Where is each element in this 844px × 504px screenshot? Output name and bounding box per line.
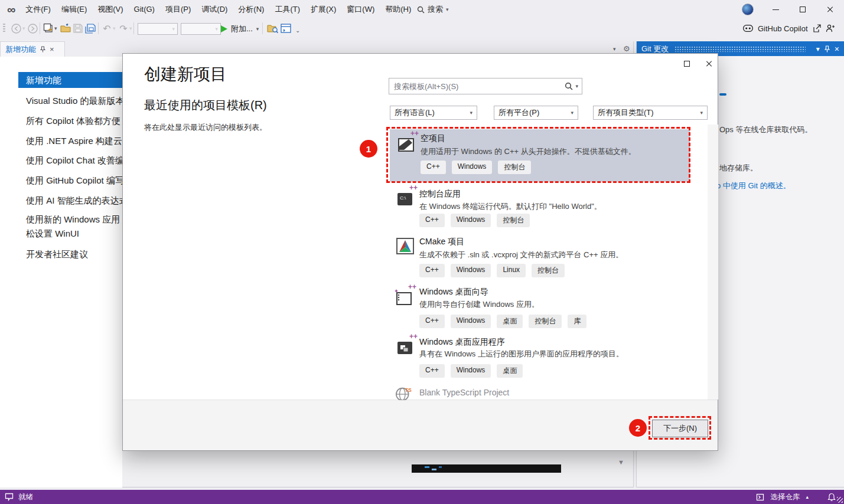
sidebar-item-community[interactable]: 开发者社区建议 [18, 246, 122, 262]
sidebar-item-copilot-experiences[interactable]: 所有 Copilot 体验都方便 [18, 113, 122, 129]
menu-analyze[interactable]: 分析(N) [233, 0, 269, 19]
menu-tools[interactable]: 工具(T) [269, 0, 305, 19]
menu-edit[interactable]: 编辑(E) [56, 0, 92, 19]
status-ready-text: 就绪 [18, 492, 33, 502]
menu-project[interactable]: 项目(P) [160, 0, 196, 19]
dialog-maximize-button[interactable] [677, 56, 696, 71]
menu-debug[interactable]: 调试(D) [196, 0, 233, 19]
template-desc: 在 Windows 终端运行代码。默认打印 "Hello World"。 [419, 201, 602, 212]
select-repository-label[interactable]: 选择仓库 [770, 492, 800, 502]
status-bar: 就绪 选择仓库 ▴ [0, 490, 844, 504]
user-avatar[interactable] [742, 4, 754, 15]
template-tags: C++ Windows 控制台 [421, 161, 531, 174]
tab-close-icon[interactable]: × [50, 45, 54, 53]
filter-platform-dropdown[interactable]: 所有平台(P)▾ [494, 106, 578, 120]
sidebar-item-latest-version[interactable]: Visual Studio 的最新版本 [18, 93, 122, 109]
tab-options-gear-icon[interactable]: ⚙ [623, 44, 630, 53]
filter-language-dropdown[interactable]: 所有语言(L)▾ [390, 106, 477, 120]
sidebar-item-copilot-chat[interactable]: 使用 Copilot Chat 改善编 [18, 152, 122, 168]
copilot-label[interactable]: GitHub Copilot [758, 24, 808, 33]
attach-label: 附加... [231, 24, 253, 34]
tag: 控制台 [497, 214, 530, 227]
template-name: CMake 项目 [419, 237, 464, 247]
menu-file[interactable]: 文件(F) [20, 0, 56, 19]
share-icon[interactable] [813, 24, 821, 32]
back-dropdown-caret[interactable]: ▾ [22, 26, 25, 31]
pin-icon[interactable] [40, 46, 45, 53]
folder-search-icon [267, 24, 278, 34]
menu-view[interactable]: 视图(V) [92, 0, 128, 19]
new-project-button[interactable] [43, 22, 54, 34]
tab-list-caret[interactable]: ▾ [613, 47, 616, 52]
redo-button[interactable]: ↷ [118, 22, 129, 34]
search-icon [417, 6, 425, 14]
resize-grip[interactable] [837, 497, 843, 503]
solution-platforms-combo[interactable]: ▾ [181, 23, 221, 35]
template-name: Blank TypeScript Project [419, 388, 509, 397]
navigate-forward-button[interactable] [27, 22, 38, 34]
panel-options-caret[interactable]: ▾ [816, 45, 820, 53]
template-item-blank-typescript[interactable]: TS Blank TypeScript Project [390, 385, 690, 400]
find-in-files-button[interactable] [266, 22, 278, 34]
git-changes-title: Git 更改 [641, 44, 669, 54]
minimize-button[interactable] [762, 0, 789, 19]
template-search-input[interactable] [389, 82, 565, 91]
open-file-button[interactable] [60, 22, 71, 34]
maximize-button[interactable] [789, 0, 816, 19]
pin-icon[interactable] [825, 45, 830, 53]
chevron-down-icon: ▾ [446, 7, 449, 12]
video-thumbnail-strip[interactable] [412, 464, 561, 473]
toolbar-grip[interactable] [3, 24, 5, 33]
git-text-online-repos: Ops 等在线仓库获取代码。 [719, 125, 812, 135]
back-icon [11, 24, 21, 34]
window-layout-icon [281, 24, 291, 33]
menu-git[interactable]: Git(G) [129, 0, 160, 19]
new-project-dropdown-caret[interactable]: ▾ [54, 26, 57, 31]
tab-whats-new[interactable]: 新增功能 × [0, 41, 65, 57]
tag: C++ [419, 214, 445, 227]
attach-button[interactable]: 附加... ▾ [221, 22, 259, 36]
cmake-icon [396, 236, 416, 256]
search-icon[interactable] [565, 82, 573, 90]
sidebar-item-github-copilot[interactable]: 使用 GitHub Copilot 编写 [18, 172, 122, 188]
search-options-caret[interactable]: ▾ [575, 84, 578, 89]
quick-search[interactable]: 搜索 ▾ [417, 0, 449, 19]
menu-help[interactable]: 帮助(H) [380, 0, 416, 19]
whats-new-sidebar: 新增功能 Visual Studio 的最新版本 所有 Copilot 体验都方… [0, 57, 122, 487]
navigate-back-button[interactable] [10, 22, 22, 34]
toolbar-overflow-button[interactable]: ⌄ [295, 27, 300, 34]
close-button[interactable] [816, 0, 844, 19]
scrollbar-down-arrow[interactable]: ▼ [618, 459, 624, 466]
save-all-icon [85, 24, 96, 34]
list-scroll-gutter[interactable] [708, 125, 718, 400]
undo-dropdown-caret[interactable]: ▾ [113, 26, 116, 31]
filter-project-type-dropdown[interactable]: 所有项目类型(T)▾ [593, 106, 708, 120]
template-desc: 使用适用于 Windows 的 C++ 从头开始操作。不提供基础文件。 [421, 146, 636, 157]
template-search-box: ▾ [389, 78, 582, 94]
panel-close-icon[interactable]: × [835, 45, 839, 53]
sidebar-item-whats-new[interactable]: 新增功能 [18, 72, 122, 88]
redo-dropdown-caret[interactable]: ▾ [129, 26, 132, 31]
save-button[interactable] [72, 22, 84, 34]
tag: Linux [497, 264, 526, 277]
sidebar-item-ai-expressions[interactable]: 使用 AI 智能生成的表达式 [18, 192, 122, 208]
chevron-up-icon[interactable]: ▴ [806, 494, 809, 500]
git-text-local-repo: 地存储库。 [719, 163, 758, 174]
menu-extensions[interactable]: 扩展(X) [305, 0, 341, 19]
forward-icon [28, 24, 38, 34]
git-overview-link[interactable]: o 中使用 Git 的概述。 [716, 181, 791, 191]
save-all-button[interactable] [84, 22, 96, 34]
undo-icon: ↶ [103, 23, 110, 34]
bell-icon[interactable] [827, 493, 836, 502]
menu-window[interactable]: 窗口(W) [341, 0, 380, 19]
sidebar-item-winui[interactable]: 使用新的 Windows 应用 松设置 WinUI [18, 212, 122, 241]
undo-button[interactable]: ↶ [101, 22, 113, 34]
dialog-close-button[interactable] [700, 56, 719, 71]
solution-configurations-combo[interactable]: ▾ [138, 23, 178, 35]
feedback-person-icon[interactable] [826, 24, 835, 32]
document-well-button[interactable] [280, 22, 292, 34]
message-bubble-icon[interactable] [5, 493, 14, 501]
sidebar-item-net-aspire[interactable]: 使用 .NET Aspire 构建云 [18, 133, 122, 149]
next-button[interactable]: 下一步(N) [652, 420, 708, 437]
template-desc: 生成不依赖于 .sln 或 .vcxproj 文件的新式跨平台 C++ 应用。 [419, 250, 623, 260]
